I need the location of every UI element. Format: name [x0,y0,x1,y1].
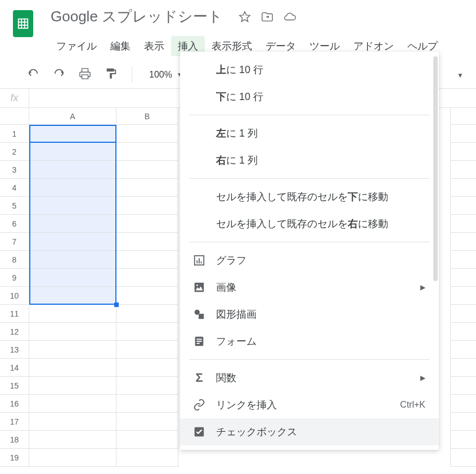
cell[interactable] [116,179,178,197]
col-header-B[interactable]: B [116,108,178,125]
paint-format-button[interactable] [102,65,119,84]
row-header[interactable]: 16 [0,395,29,413]
grid-body[interactable] [29,125,178,467]
cell[interactable] [29,449,116,467]
row-header[interactable]: 17 [0,413,29,431]
row-header[interactable]: 8 [0,251,29,269]
cell[interactable] [116,197,178,215]
cell[interactable] [116,161,178,179]
cell[interactable] [29,269,116,287]
cell[interactable] [29,197,116,215]
star-icon[interactable] [239,11,251,23]
cell[interactable] [116,431,178,449]
cell[interactable] [116,323,178,341]
row-header[interactable]: 7 [0,233,29,251]
cell[interactable] [29,413,116,431]
row-header[interactable]: 4 [0,179,29,197]
cell[interactable] [29,125,116,143]
cell[interactable] [29,233,116,251]
doc-title[interactable]: Google スプレッドシート [51,7,223,26]
row-header[interactable]: 18 [0,431,29,449]
row-header[interactable]: 1 [0,125,29,143]
cell[interactable] [450,143,476,161]
insert-cells-shift-down[interactable]: セルを挿入して既存のセルを下に移動 [180,183,439,210]
row-header[interactable]: 9 [0,269,29,287]
print-button[interactable] [77,65,93,84]
cell[interactable] [116,269,178,287]
cell[interactable] [450,323,476,341]
cell[interactable] [29,143,116,161]
cell[interactable] [29,215,116,233]
cell[interactable] [450,449,476,467]
cell[interactable] [116,341,178,359]
cell[interactable] [29,287,116,305]
cell[interactable] [450,395,476,413]
row-header[interactable]: 5 [0,197,29,215]
sheets-logo[interactable] [13,10,33,37]
select-all-corner[interactable] [0,108,29,125]
move-folder-icon[interactable] [261,11,273,23]
selection-handle[interactable] [114,303,119,307]
row-header[interactable]: 6 [0,215,29,233]
row-header[interactable]: 19 [0,449,29,467]
cell[interactable] [450,359,476,377]
cell[interactable] [116,287,178,305]
cell[interactable] [450,287,476,305]
cell[interactable] [116,125,178,143]
menu-file[interactable]: ファイル [50,36,104,56]
insert-cells-shift-right[interactable]: セルを挿入して既存のセルを右に移動 [180,210,439,237]
row-header[interactable]: 13 [0,341,29,359]
cell[interactable] [29,179,116,197]
cell[interactable] [450,215,476,233]
scrollbar-thumb[interactable] [433,56,438,281]
caret-down-icon[interactable]: ▼ [457,71,464,79]
cell[interactable] [450,431,476,449]
menu-edit[interactable]: 編集 [104,36,137,56]
insert-function[interactable]: Σ 関数 ▶ [180,364,439,391]
undo-button[interactable] [25,65,42,84]
col-header-A[interactable]: A [29,108,116,125]
cell[interactable] [116,413,178,431]
cell[interactable] [450,233,476,251]
cell[interactable] [116,377,178,395]
cell[interactable] [29,377,116,395]
insert-image[interactable]: 画像 ▶ [180,274,439,301]
redo-button[interactable] [51,65,68,84]
cell[interactable] [450,197,476,215]
insert-cols-left[interactable]: 左に 1 列 [180,120,439,147]
cell[interactable] [450,179,476,197]
cell[interactable] [29,251,116,269]
insert-link[interactable]: リンクを挿入 Ctrl+K [180,391,439,418]
row-header[interactable]: 10 [0,287,29,305]
cell[interactable] [450,305,476,323]
cell[interactable] [29,323,116,341]
cell[interactable] [450,341,476,359]
insert-drawing[interactable]: 図形描画 [180,301,439,328]
insert-rows-above[interactable]: 上に 10 行 [180,56,439,83]
cell[interactable] [116,215,178,233]
row-header[interactable]: 14 [0,359,29,377]
dropdown-scrollbar[interactable] [433,56,438,445]
row-header[interactable]: 3 [0,161,29,179]
menu-view[interactable]: 表示 [137,36,171,56]
insert-rows-below[interactable]: 下に 10 行 [180,83,439,110]
col-header-partial[interactable] [450,108,476,125]
row-header[interactable]: 2 [0,143,29,161]
cell[interactable] [29,431,116,449]
cell[interactable] [116,395,178,413]
insert-checkbox[interactable]: チェックボックス [180,418,439,445]
row-header[interactable]: 12 [0,323,29,341]
cloud-status-icon[interactable] [284,11,296,23]
cell[interactable] [116,251,178,269]
cell[interactable] [116,449,178,467]
insert-chart[interactable]: グラフ [180,247,439,274]
cell[interactable] [116,143,178,161]
cell[interactable] [29,359,116,377]
cell[interactable] [29,395,116,413]
row-header[interactable]: 11 [0,305,29,323]
cell[interactable] [450,251,476,269]
cell[interactable] [116,233,178,251]
insert-cols-right[interactable]: 右に 1 列 [180,147,439,174]
cell[interactable] [450,413,476,431]
cell[interactable] [450,125,476,143]
